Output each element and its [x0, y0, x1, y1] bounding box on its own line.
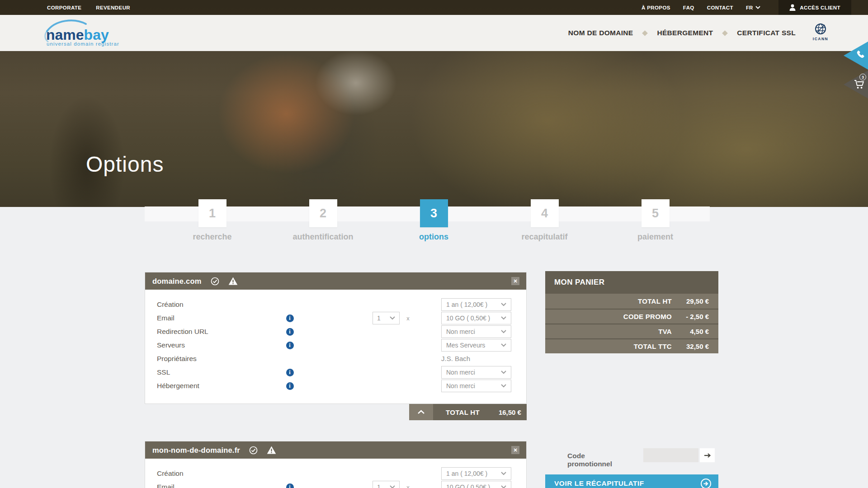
option-label: SSL — [157, 368, 283, 376]
info-icon[interactable]: i — [286, 314, 294, 322]
promo-code-input[interactable] — [643, 448, 698, 462]
step-number: 4 — [531, 199, 559, 227]
cart-row-label: TOTAL HT — [638, 297, 672, 305]
option-label: Propriétaires — [157, 355, 283, 363]
language-selector[interactable]: FR — [746, 5, 760, 10]
option-select[interactable]: 1 an ( 12,00€ ) — [441, 467, 511, 480]
nav-item[interactable]: HÉBERGEMENT — [657, 29, 713, 37]
domain-options-card: domaine.com ✕ Création 1 an ( 12,00€ ) — [145, 272, 527, 404]
nav-item[interactable]: NOM DE DOMAINE — [568, 29, 633, 37]
checkout-step[interactable]: 2 authentification — [268, 199, 378, 242]
diamond-separator — [642, 30, 648, 36]
cart-row-label: TOTAL TTC — [634, 343, 672, 350]
option-row: Serveurs i Mes Serveurs — [145, 338, 526, 352]
checkout-step[interactable]: 3 options — [378, 199, 489, 242]
topbar-link[interactable]: À PROPOS — [642, 5, 670, 10]
topbar-link[interactable]: CONTACT — [707, 5, 733, 10]
checkout-step[interactable]: 1 recherche — [157, 199, 268, 242]
topbar-link[interactable]: REVENDEUR — [96, 5, 130, 10]
step-number: 5 — [642, 199, 670, 227]
checkout-step[interactable]: 4 recapitulatif — [489, 199, 600, 242]
cart-row-value: 32,50 € — [672, 343, 709, 350]
checkout-step[interactable]: 5 paiement — [600, 199, 711, 242]
chevron-down-icon — [390, 316, 395, 320]
quantity-select[interactable]: 1 — [373, 312, 400, 324]
option-select[interactable]: 1 an ( 12,00€ ) — [441, 298, 511, 311]
cart-total-row: CODE PROMO - 2,50 € — [545, 309, 718, 324]
page-title: Options — [86, 152, 164, 177]
info-icon[interactable]: i — [286, 382, 294, 390]
chevron-down-icon — [501, 316, 506, 320]
icann-logo[interactable]: ICANN — [813, 23, 828, 43]
total-ht-label: TOTAL HT — [446, 408, 480, 416]
selected-value: Mes Serveurs — [446, 342, 485, 349]
collapse-button[interactable] — [409, 404, 433, 420]
info-icon[interactable]: i — [286, 328, 294, 336]
site-header: namebay universal domain registrar NOM D… — [0, 15, 868, 51]
option-select[interactable]: Non merci — [441, 380, 511, 392]
option-row: Création 1 an ( 12,00€ ) — [145, 298, 526, 311]
option-label: Email — [157, 483, 283, 488]
svg-text:universal domain registrar: universal domain registrar — [47, 41, 119, 47]
option-select[interactable]: 10 GO ( 0,50€ ) — [441, 312, 511, 324]
chevron-down-icon — [501, 472, 506, 475]
quantity-select[interactable]: 1 — [373, 481, 400, 488]
topbar-link[interactable]: FAQ — [683, 5, 694, 10]
warning-icon[interactable] — [228, 277, 238, 285]
domain-options-card: mon-nom-de-domaine.fr ✕ Création 1 an ( … — [145, 441, 527, 488]
cart-count-badge: 3 — [859, 74, 866, 80]
topbar-link[interactable]: CORPORATE — [47, 5, 81, 10]
chevron-up-icon — [417, 410, 425, 414]
card-total-bar: TOTAL HT 16,50 € — [409, 404, 527, 420]
promo-submit-button[interactable] — [700, 448, 715, 462]
nav-item[interactable]: CERTIFICAT SSL — [737, 29, 796, 37]
option-row: Propriétaires J.S. Bach — [145, 352, 526, 366]
close-icon[interactable]: ✕ — [511, 446, 519, 454]
cart-total-row: TOTAL HT 29,50 € — [545, 294, 718, 309]
info-icon[interactable]: i — [286, 369, 294, 376]
promo-code-label: Code promotionnel — [567, 452, 626, 468]
step-label: recherche — [193, 232, 231, 242]
times-label: x — [400, 484, 416, 488]
language-label: FR — [746, 5, 753, 10]
step-label: options — [419, 232, 448, 242]
user-icon — [789, 4, 796, 11]
arrow-right-icon — [704, 453, 711, 458]
option-select[interactable]: Mes Serveurs — [441, 339, 511, 352]
close-icon[interactable]: ✕ — [511, 277, 519, 285]
option-select[interactable]: Non merci — [441, 366, 511, 379]
client-access-label: ACCÈS CLIENT — [800, 5, 840, 10]
selected-value: 10 GO ( 0,50€ ) — [446, 483, 490, 488]
info-icon[interactable]: i — [286, 342, 294, 349]
selected-value: Non merci — [446, 328, 475, 335]
svg-text:ICANN: ICANN — [813, 37, 828, 41]
warning-icon[interactable] — [267, 446, 276, 454]
cart-total-row: TVA 4,50 € — [545, 324, 718, 338]
option-label: Création — [157, 300, 283, 309]
selected-value: 10 GO ( 0,50€ ) — [446, 314, 490, 322]
client-access-button[interactable]: ACCÈS CLIENT — [778, 0, 851, 15]
domain-name: mon-nom-de-domaine.fr — [152, 446, 240, 455]
card-header: domaine.com ✕ — [145, 272, 526, 290]
chevron-down-icon — [501, 371, 506, 374]
diamond-separator — [722, 30, 728, 36]
total-ht-value: 16,50 € — [499, 408, 521, 416]
view-summary-button[interactable]: VOIR LE RÉCAPITULATIF — [545, 474, 718, 488]
namebay-logo[interactable]: namebay universal domain registrar — [41, 16, 124, 50]
chevron-down-icon — [755, 6, 760, 9]
info-icon[interactable]: i — [286, 483, 294, 488]
check-circle-icon — [211, 277, 219, 286]
option-row: Email i 1 x 10 GO ( 0,50€ ) — [145, 480, 526, 488]
cart-row-value: 4,50 € — [672, 328, 709, 335]
cart-row-label: TVA — [658, 328, 672, 335]
phone-icon — [855, 50, 865, 61]
quantity-value: 1 — [377, 314, 381, 322]
domain-name: domaine.com — [152, 277, 202, 286]
step-number: 3 — [420, 199, 448, 227]
cart-title: MON PANIER — [554, 278, 604, 287]
topbar-left-links: CORPORATEREVENDEUR — [47, 5, 130, 10]
option-select[interactable]: 10 GO ( 0,50€ ) — [441, 481, 511, 488]
option-select[interactable]: Non merci — [441, 325, 511, 338]
option-label: Hébergement — [157, 382, 283, 390]
chevron-down-icon — [501, 330, 506, 333]
